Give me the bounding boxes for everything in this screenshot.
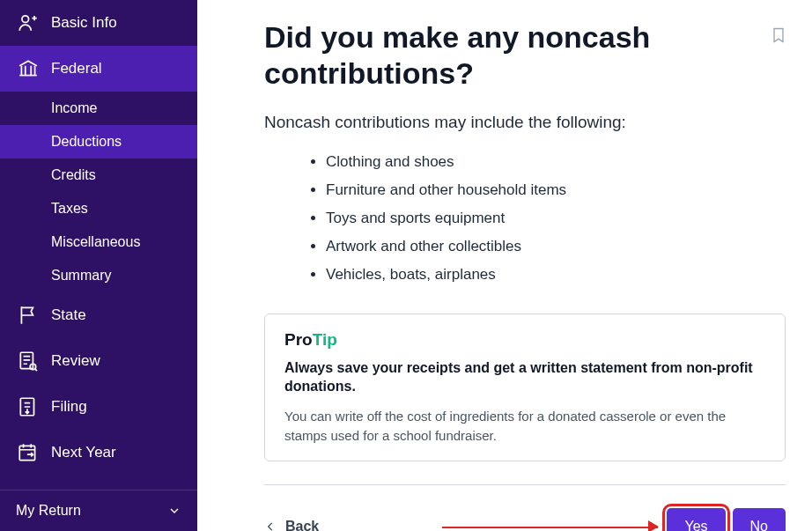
sidebar-item-label: Federal [51,60,102,77]
subitem-label: Miscellaneous [51,234,140,249]
sidebar-item-federal[interactable]: Federal [0,46,197,92]
lead-text: Noncash contributions may include the fo… [264,113,786,132]
page-title: Did you make any noncash contributions? [264,19,757,92]
sidebar-item-label: Review [51,352,100,370]
subitem-taxes[interactable]: Taxes [0,192,197,225]
protip-strong: Always save your receipts and get a writ… [284,358,765,396]
protip-body: You can write off the cost of ingredient… [284,407,765,446]
protip-heading: ProTip [284,330,765,350]
section-divider [264,484,786,485]
list-item: Toys and sports equipment [326,204,786,232]
sidebar-spacer [0,476,197,490]
subitem-summary[interactable]: Summary [0,259,197,292]
yes-button[interactable]: Yes [667,508,725,531]
government-icon [16,56,41,81]
highlight-arrow [442,518,658,531]
chevron-left-icon [264,519,277,531]
bookmark-icon [770,25,787,46]
sidebar-item-next-year[interactable]: Next Year [0,430,197,476]
sidebar-item-label: State [51,306,86,324]
list-item: Furniture and other household items [326,176,786,204]
subitem-income[interactable]: Income [0,92,197,125]
list-item: Artwork and other collectibles [326,232,786,261]
subitem-label: Taxes [51,201,88,216]
protip-tip: Tip [313,330,337,349]
protip-pro: Pro [284,330,313,349]
subitem-credits[interactable]: Credits [0,159,197,192]
subitem-miscellaneous[interactable]: Miscellaneous [0,225,197,259]
subitem-label: Income [51,100,97,115]
user-icon [16,11,41,35]
actions-row: Back Yes No [264,508,786,531]
calendar-forward-icon [16,440,41,465]
svg-point-0 [22,16,29,23]
subitem-deductions[interactable]: Deductions [0,125,197,159]
chevron-down-icon [167,504,181,518]
list-item: Vehicles, boats, airplanes [326,261,786,289]
review-icon [16,349,41,373]
subitem-label: Deductions [51,134,122,149]
sidebar-item-state[interactable]: State [0,292,197,338]
list-item: Clothing and shoes [326,148,786,176]
back-button[interactable]: Back [264,519,319,531]
arrow-head-icon [648,520,659,531]
yes-no-group: Yes No [667,508,786,531]
protip-card: ProTip Always save your receipts and get… [264,313,786,462]
sidebar-item-filing[interactable]: Filing [0,384,197,430]
subitem-label: Credits [51,167,96,182]
my-return-toggle[interactable]: My Return [0,490,197,531]
subitem-label: Summary [51,268,111,283]
bookmark-button[interactable] [770,25,787,46]
sidebar-item-review[interactable]: Review [0,338,197,384]
sidebar-item-label: Basic Info [51,14,117,32]
back-label: Back [285,519,319,531]
main-content: Did you make any noncash contributions? … [197,0,812,531]
filing-icon [16,395,41,419]
arrow-line [442,527,658,528]
sidebar-item-label: Filing [51,398,87,416]
flag-icon [16,303,41,328]
no-button[interactable]: No [733,508,786,531]
federal-subsection: Income Deductions Credits Taxes Miscella… [0,92,197,292]
sidebar-item-basic-info[interactable]: Basic Info [0,0,197,46]
sidebar-item-label: Next Year [51,444,116,461]
my-return-label: My Return [16,503,81,519]
contribution-list: Clothing and shoes Furniture and other h… [264,148,786,289]
sidebar: Basic Info Federal Income Deductions Cre… [0,0,197,531]
